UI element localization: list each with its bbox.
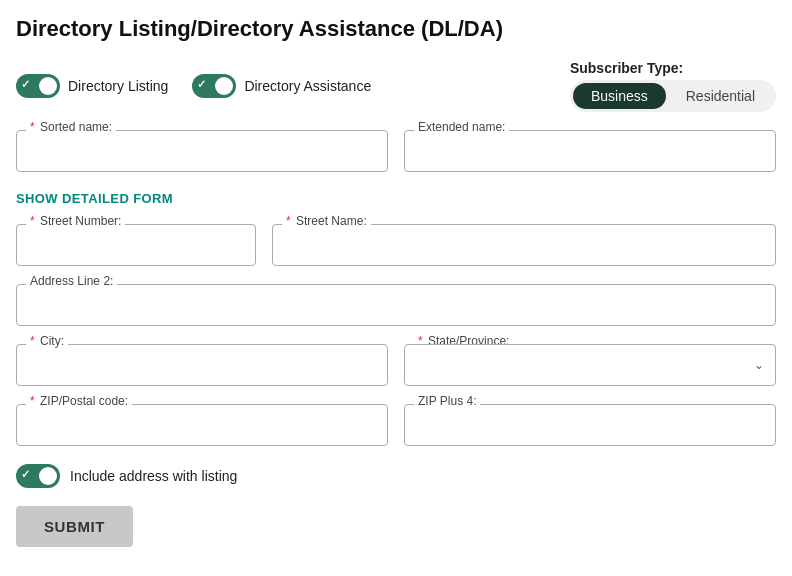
extended-name-label: Extended name: [418, 120, 505, 134]
page-title: Directory Listing/Directory Assistance (… [16, 16, 776, 42]
directory-listing-label: Directory Listing [68, 78, 168, 94]
address-line2-input[interactable] [16, 284, 776, 326]
address2-row: Address Line 2: [16, 284, 776, 326]
street-number-label: Street Number: [40, 214, 121, 228]
city-required-star: * [30, 334, 35, 348]
sorted-name-required-star: * [30, 120, 35, 134]
sorted-name-field: * Sorted name: [16, 130, 388, 172]
sorted-name-label: Sorted name: [40, 120, 112, 134]
street-name-field: * Street Name: [272, 224, 776, 266]
subscriber-type-section: Subscriber Type: Business Residential [570, 60, 776, 112]
directory-assistance-toggle-group: Directory Assistance [192, 74, 371, 98]
street-name-input[interactable] [272, 224, 776, 266]
directory-listing-toggle-group: Directory Listing [16, 74, 168, 98]
state-province-select[interactable]: Alabama Alaska Arizona California Colora… [404, 344, 776, 386]
street-number-input[interactable] [16, 224, 256, 266]
subscriber-type-label: Subscriber Type: [570, 60, 776, 76]
street-name-required-star: * [286, 214, 291, 228]
street-row: * Street Number: * Street Name: [16, 224, 776, 266]
include-address-row: Include address with listing [16, 464, 776, 488]
extended-name-input[interactable] [404, 130, 776, 172]
street-number-field: * Street Number: [16, 224, 256, 266]
zip-plus4-input[interactable] [404, 404, 776, 446]
city-field: * City: [16, 344, 388, 386]
city-input[interactable] [16, 344, 388, 386]
directory-assistance-label: Directory Assistance [244, 78, 371, 94]
zip-row: * ZIP/Postal code: ZIP Plus 4: [16, 404, 776, 446]
include-address-label: Include address with listing [70, 468, 237, 484]
state-province-field: * State/Province: Alabama Alaska Arizona… [404, 344, 776, 386]
state-select-wrapper: Alabama Alaska Arizona California Colora… [404, 344, 776, 386]
residential-button[interactable]: Residential [668, 83, 773, 109]
city-state-row: * City: * State/Province: Alabama Alaska… [16, 344, 776, 386]
zip-postal-input[interactable] [16, 404, 388, 446]
street-number-required-star: * [30, 214, 35, 228]
top-controls-row: Directory Listing Directory Assistance S… [16, 60, 776, 112]
business-button[interactable]: Business [573, 83, 666, 109]
include-address-toggle[interactable] [16, 464, 60, 488]
subscriber-type-buttons: Business Residential [570, 80, 776, 112]
city-label: City: [40, 334, 64, 348]
name-row: * Sorted name: Extended name: [16, 130, 776, 172]
directory-listing-toggle[interactable] [16, 74, 60, 98]
zip-plus4-label: ZIP Plus 4: [418, 394, 476, 408]
zip-postal-field: * ZIP/Postal code: [16, 404, 388, 446]
address-line2-label: Address Line 2: [30, 274, 113, 288]
sorted-name-input[interactable] [16, 130, 388, 172]
zip-required-star: * [30, 394, 35, 408]
street-name-label: Street Name: [296, 214, 367, 228]
directory-assistance-toggle[interactable] [192, 74, 236, 98]
zip-postal-label: ZIP/Postal code: [40, 394, 128, 408]
zip-plus4-field: ZIP Plus 4: [404, 404, 776, 446]
address-line2-field: Address Line 2: [16, 284, 776, 326]
show-detailed-link[interactable]: SHOW DETAILED FORM [16, 191, 173, 206]
submit-button[interactable]: SUBMIT [16, 506, 133, 547]
extended-name-field: Extended name: [404, 130, 776, 172]
